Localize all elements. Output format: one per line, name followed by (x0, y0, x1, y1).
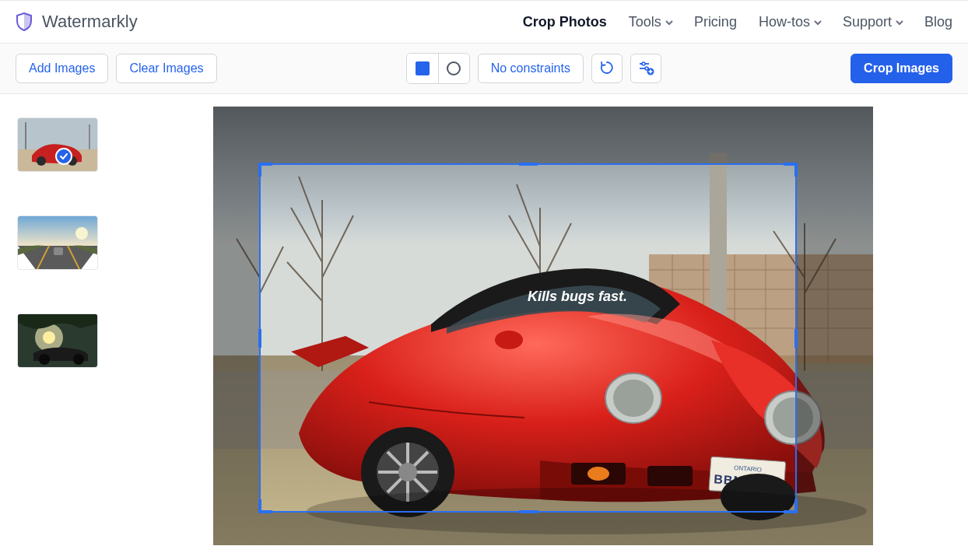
brand-name: Watermarkly (42, 12, 138, 32)
svg-rect-15 (54, 247, 63, 255)
rectangle-shape-button[interactable] (407, 54, 438, 83)
crop-shape-toggle (406, 53, 470, 84)
svg-point-18 (43, 331, 55, 344)
nav-item-label: Blog (924, 14, 952, 30)
square-icon (416, 61, 430, 75)
nav-support[interactable]: Support (843, 14, 903, 30)
clear-images-button[interactable]: Clear Images (116, 54, 216, 83)
thumbnail-sidebar (0, 94, 132, 553)
nav-crop-photos[interactable]: Crop Photos (523, 14, 607, 30)
add-images-button[interactable]: Add Images (16, 54, 108, 83)
crop-handle-br[interactable] (794, 499, 798, 513)
nav-item-label: Pricing (694, 14, 737, 30)
svg-point-9 (37, 156, 46, 166)
crop-images-button[interactable]: Crop Images (851, 54, 952, 83)
dim-right (797, 163, 873, 512)
canvas-area: Kills bugs fast. ONTARIO (132, 94, 968, 553)
chevron-down-icon (813, 18, 821, 26)
nav-item-label: How-tos (759, 14, 810, 30)
chevron-down-icon (665, 18, 672, 26)
chevron-down-icon (895, 18, 903, 26)
rotate-button[interactable] (591, 54, 623, 83)
nav-blog[interactable]: Blog (924, 14, 952, 30)
workspace: Kills bugs fast. ONTARIO (0, 94, 968, 553)
svg-point-20 (73, 354, 84, 365)
brand[interactable]: Watermarkly (16, 12, 138, 32)
rotate-icon (599, 60, 615, 78)
dim-bottom (213, 513, 873, 545)
thumbnail-2[interactable] (17, 215, 98, 270)
toolbar: Add Images Clear Images No constraints (0, 44, 968, 94)
aspect-ratio-button[interactable]: No constraints (478, 54, 584, 83)
crop-handle-tl[interactable] (258, 163, 261, 177)
shield-logo-icon (16, 12, 33, 31)
thumbnail-image (18, 314, 98, 368)
circle-icon (447, 61, 461, 75)
main-nav: Crop Photos Tools Pricing How-tos Suppor… (523, 14, 952, 30)
circle-shape-button[interactable] (438, 54, 469, 83)
sliders-plus-icon (637, 59, 654, 79)
nav-item-label: Tools (629, 14, 661, 30)
thumbnail-image (18, 216, 98, 270)
crop-handle-right[interactable] (794, 329, 798, 348)
nav-pricing[interactable]: Pricing (694, 14, 737, 30)
crop-handle-top[interactable] (519, 163, 538, 166)
selected-check-icon (55, 148, 72, 165)
crop-handle-bl[interactable] (258, 499, 261, 513)
nav-tools[interactable]: Tools (629, 14, 672, 30)
crop-selection[interactable] (259, 163, 797, 512)
thumbnail-3[interactable] (17, 313, 98, 368)
top-header: Watermarkly Crop Photos Tools Pricing Ho… (0, 0, 968, 44)
nav-item-label: Support (843, 14, 892, 30)
dim-top (213, 107, 873, 163)
crop-handle-bottom[interactable] (519, 510, 538, 513)
image-canvas[interactable]: Kills bugs fast. ONTARIO (213, 107, 873, 545)
adjust-crop-button[interactable] (630, 54, 661, 83)
nav-item-label: Crop Photos (523, 14, 607, 30)
svg-point-19 (39, 354, 50, 365)
crop-handle-tr[interactable] (794, 163, 798, 177)
dim-left (213, 163, 259, 512)
svg-point-14 (75, 227, 88, 240)
svg-point-1 (642, 62, 645, 65)
thumbnail-1[interactable] (17, 117, 98, 172)
nav-how-tos[interactable]: How-tos (759, 14, 821, 30)
thumbnail-image (18, 118, 98, 172)
crop-handle-left[interactable] (258, 329, 261, 348)
